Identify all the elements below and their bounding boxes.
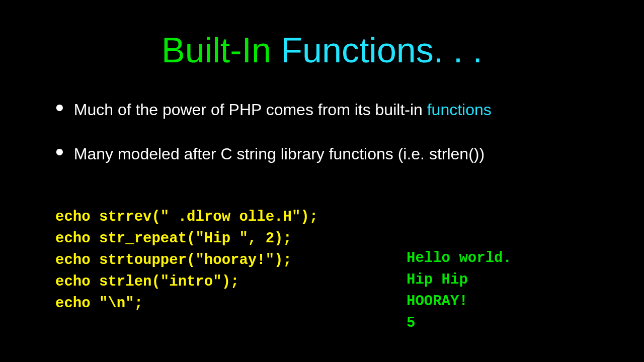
code-line-4: echo strlen("intro");	[55, 274, 239, 290]
code-block: echo strrev(" .dlrow olle.H"); echo str_…	[55, 206, 318, 314]
bullet-dot-icon: •	[55, 143, 64, 160]
bullet-2-text: Many modeled after C string library func…	[74, 142, 485, 165]
output-line-1: Hello world.	[407, 250, 512, 266]
bullet-item-2: • Many modeled after C string library fu…	[55, 142, 599, 165]
output-line-3: HOORAY!	[407, 293, 468, 310]
title-part1: Built-In	[162, 31, 271, 70]
code-line-1: echo strrev(" .dlrow olle.H");	[55, 209, 318, 225]
code-line-3: echo strtoupper("hooray!");	[55, 252, 292, 268]
bullet-1-text: Much of the power of PHP comes from its …	[74, 98, 492, 121]
output-block: Hello world. Hip Hip HOORAY! 5	[407, 247, 512, 334]
bullet-1-prefix: Much of the power of PHP comes from its …	[74, 101, 427, 119]
code-line-5: echo "\n";	[55, 295, 143, 312]
bullet-list: • Much of the power of PHP comes from it…	[55, 98, 599, 187]
bullet-dot-icon: •	[55, 99, 64, 116]
slide: Built-In Functions. . . • Much of the po…	[0, 0, 644, 362]
bullet-1-link: functions	[427, 101, 492, 119]
title-part2: Functions. . .	[271, 31, 482, 70]
code-line-2: echo str_repeat("Hip ", 2);	[55, 230, 292, 247]
slide-title: Built-In Functions. . .	[0, 30, 644, 70]
output-line-4: 5	[407, 315, 415, 331]
output-line-2: Hip Hip	[407, 272, 468, 288]
bullet-item-1: • Much of the power of PHP comes from it…	[55, 98, 599, 121]
